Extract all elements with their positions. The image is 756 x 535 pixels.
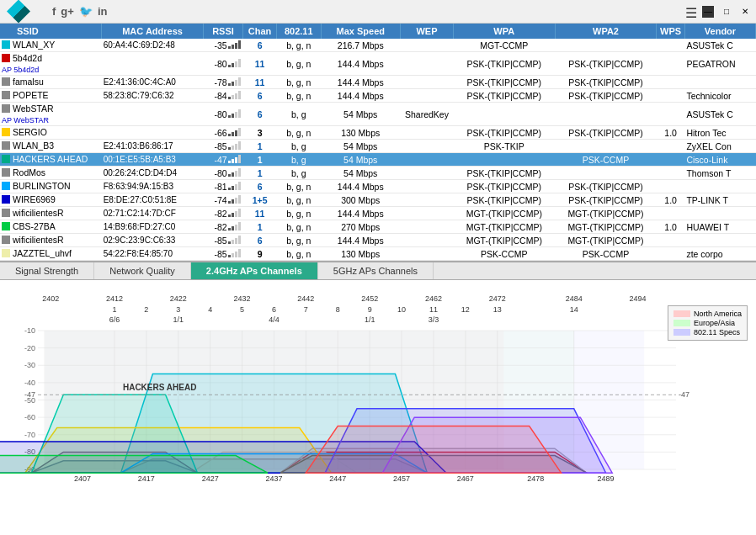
cell-wep — [400, 193, 453, 207]
cell-ssid: CBS-27BA — [0, 220, 102, 234]
cell-wep — [400, 207, 453, 220]
tab-item[interactable]: 5GHz APs Channels — [318, 262, 434, 279]
table-row[interactable]: wificilientesR 02:9C:23:9C:C6:33 -85 6 b… — [0, 234, 756, 247]
cell-wps — [657, 167, 685, 180]
cell-maxspeed: 54 Mbps — [321, 103, 400, 126]
col-header-maxspeed[interactable]: Max Speed — [321, 24, 400, 39]
table-row[interactable]: CBS-27BA 14:B9:68:FD:27:C0 -82 1 b, g, n… — [0, 220, 756, 234]
cell-maxspeed: 144.4 Mbps — [321, 234, 400, 247]
table-row[interactable]: famalsu E2:41:36:0C:4C:A0 -78 11 b, g, n… — [0, 76, 756, 89]
cell-maxspeed: 216.7 Mbps — [321, 39, 400, 52]
cell-vendor: HUAWEI T — [684, 220, 755, 234]
col-header-vendor[interactable]: Vendor — [684, 24, 755, 39]
twitter-icon[interactable]: 🐦 — [79, 5, 93, 18]
cell-mac: 54:22:F8:E4:85:70 — [102, 247, 204, 261]
cell-wpa2 — [555, 39, 657, 52]
network-table: SSID MAC Address RSSI Chan 802.11 Max Sp… — [0, 24, 756, 261]
col-header-rssi[interactable]: RSSI — [203, 24, 242, 39]
cell-chan: 11 — [243, 76, 277, 89]
cell-chan: 3 — [243, 126, 277, 140]
svg-text:2467: 2467 — [457, 474, 474, 483]
cell-wps — [657, 207, 685, 220]
social-icons: f g+ 🐦 in — [52, 5, 107, 18]
table-row[interactable]: WIRE6969 E8:DE:27:C0:51:8E -74 1+5 b, g,… — [0, 193, 756, 207]
restore-button[interactable]: □ — [719, 3, 734, 19]
table-row[interactable]: JAZZTEL_uhvf 54:22:F8:E4:85:70 -85 9 b, … — [0, 247, 756, 261]
cell-wps — [657, 103, 685, 126]
cell-wps — [657, 52, 685, 76]
tab-item[interactable]: Signal Strength — [0, 262, 94, 279]
cell-maxspeed: 144.4 Mbps — [321, 180, 400, 193]
cell-chan: 6 — [243, 103, 277, 126]
tab-item[interactable]: Network Quality — [94, 262, 191, 279]
facebook-icon[interactable]: f — [52, 5, 56, 18]
cell-mac: 00:1E:E5:5B:A5:B3 — [102, 153, 204, 167]
svg-text:-10: -10 — [24, 326, 35, 335]
cell-maxspeed: 130 Mbps — [321, 126, 400, 140]
table-row[interactable]: POPETE 58:23:8C:79:C6:32 -84 6 b, g, n 1… — [0, 89, 756, 103]
cell-wps — [657, 89, 685, 103]
svg-text:10: 10 — [397, 305, 406, 314]
table-row[interactable]: HACKERS AHEAD 00:1E:E5:5B:A5:B3 -47 1 b,… — [0, 153, 756, 167]
table-row[interactable]: WLAN_B3 E2:41:03:B6:86:17 -85 1 b, g 54 … — [0, 140, 756, 153]
col-header-mac[interactable]: MAC Address — [102, 24, 204, 39]
col-header-80211[interactable]: 802.11 — [277, 24, 321, 39]
cell-80211: b, g, n — [277, 39, 321, 52]
col-header-chan[interactable]: Chan — [243, 24, 277, 39]
svg-text:2452: 2452 — [361, 294, 378, 303]
col-header-wps[interactable]: WPS — [657, 24, 685, 39]
cell-chan: 6 — [243, 89, 277, 103]
col-header-wpa2[interactable]: WPA2 — [555, 24, 657, 39]
col-header-wep[interactable]: WEP — [400, 24, 453, 39]
cell-vendor: Cisco-Link — [684, 153, 755, 167]
table-row[interactable]: RodMos 00:26:24:CD:D4:D4 -80 1 b, g 54 M… — [0, 167, 756, 180]
table-row[interactable]: SERGIO -66 3 b, g, n 130 Mbps PSK-(TKIP|… — [0, 126, 756, 140]
cell-wpa2 — [555, 140, 657, 153]
table-row[interactable]: 5b4d2d AP 5b4d2d -80 11 b, g, n 144.4 Mb… — [0, 52, 756, 76]
cell-rssi: -85 — [203, 140, 242, 153]
svg-text:HACKERS AHEAD: HACKERS AHEAD — [123, 383, 196, 392]
cell-rssi: -84 — [203, 89, 242, 103]
cell-80211: b, g, n — [277, 247, 321, 261]
col-header-ssid[interactable]: SSID — [0, 24, 102, 39]
cell-wep — [400, 52, 453, 76]
cell-maxspeed: 270 Mbps — [321, 220, 400, 234]
svg-text:2447: 2447 — [329, 474, 346, 483]
legend-item: Europe/Asia — [673, 319, 742, 327]
network-table-area: SSID MAC Address RSSI Chan 802.11 Max Sp… — [0, 24, 756, 261]
linkedin-icon[interactable]: in — [98, 5, 108, 18]
table-row[interactable]: WLAN_XY 60:A4:4C:69:D2:48 -35 6 b, g, n … — [0, 39, 756, 52]
cell-wpa2 — [555, 167, 657, 180]
table-row[interactable]: BURLINGTON F8:63:94:9A:15:B3 -81 6 b, g,… — [0, 180, 756, 193]
table-row[interactable]: WebSTAR AP WebSTAR -80 6 b, g 54 Mbps Sh… — [0, 103, 756, 126]
cell-wep — [400, 220, 453, 234]
cell-rssi: -82 — [203, 207, 242, 220]
svg-text:1: 1 — [112, 305, 116, 314]
cell-wpa: PSK-CCMP — [453, 247, 555, 261]
googleplus-icon[interactable]: g+ — [61, 5, 74, 18]
svg-text:5: 5 — [240, 305, 244, 314]
cell-mac — [102, 52, 204, 76]
svg-text:3/3: 3/3 — [429, 315, 439, 324]
cell-wep — [400, 167, 453, 180]
minimize-button[interactable]: — — [700, 3, 716, 19]
cell-mac: 58:23:8C:79:C6:32 — [102, 89, 204, 103]
svg-text:2494: 2494 — [630, 294, 647, 303]
tab-item[interactable]: 2.4GHz APs Channels — [191, 262, 318, 279]
table-row[interactable]: wificilientesR 02:71:C2:14:7D:CF -82 11 … — [0, 207, 756, 220]
chart-area: -10-20-30-40-50-60-70-80-901234567891011… — [0, 280, 756, 495]
cell-wep — [400, 39, 453, 52]
hamburger-menu[interactable]: ☰ — [685, 5, 697, 21]
chart-legend: North AmericaEurope/Asia802.11 Specs — [668, 305, 748, 341]
cell-ssid: RodMos — [0, 167, 102, 180]
svg-marker-88 — [306, 426, 561, 473]
cell-rssi: -66 — [203, 126, 242, 140]
cell-wps — [657, 140, 685, 153]
svg-text:6: 6 — [272, 305, 276, 314]
cell-wpa: PSK-(TKIP|CCMP) — [453, 167, 555, 180]
svg-text:2: 2 — [144, 305, 148, 314]
close-button[interactable]: ✕ — [737, 3, 753, 19]
col-header-wpa[interactable]: WPA — [453, 24, 555, 39]
cell-wpa: PSK-(TKIP|CCMP) — [453, 126, 555, 140]
svg-text:4: 4 — [208, 305, 212, 314]
